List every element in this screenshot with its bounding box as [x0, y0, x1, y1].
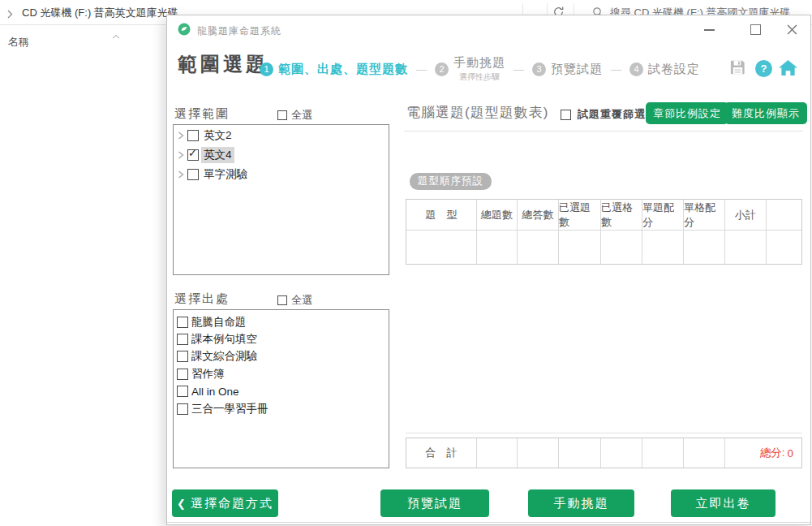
tree-item[interactable]: 單字測驗 [174, 166, 389, 183]
tree-label[interactable]: 英文4 [201, 147, 234, 163]
step-dash: — [513, 63, 524, 75]
tree-checkbox[interactable] [187, 169, 199, 180]
summary-label: 合 計 [406, 438, 477, 468]
source-label[interactable]: 龍騰自命題 [191, 315, 247, 330]
col-header [767, 200, 801, 230]
duplicate-filter[interactable]: 試題重覆篩選 [561, 107, 646, 122]
tree-label[interactable]: 單字測驗 [201, 166, 250, 183]
tree-label[interactable]: 英文2 [201, 127, 234, 144]
summary-row: 合 計 總分: 0 [406, 438, 801, 468]
source-item[interactable]: 課文綜合測驗 [174, 348, 389, 365]
type-order-preset-button[interactable]: 題型順序預設 [410, 173, 492, 190]
table-empty-row [406, 230, 801, 264]
source-label[interactable]: All in One [191, 386, 239, 398]
step-4-circle: 4 [629, 63, 643, 76]
home-icon[interactable] [778, 59, 798, 80]
breadcrumb-chevron-icon [7, 7, 13, 22]
tree-item-selected[interactable]: 英文4 [174, 146, 389, 164]
window-title: 龍騰題庫命題系統 [197, 24, 281, 38]
source-panel-title: 選擇出處 [174, 291, 230, 307]
col-header: 已選格數 [601, 200, 642, 230]
step-2-label: 手動挑題 [453, 55, 505, 71]
expand-chevron-icon[interactable] [178, 170, 184, 179]
duplicate-filter-checkbox[interactable] [561, 110, 571, 120]
select-all-label: 全選 [291, 108, 312, 123]
divider [406, 433, 802, 433]
source-checkbox[interactable] [177, 351, 188, 362]
divider [404, 131, 803, 132]
select-all-checkbox[interactable] [277, 110, 287, 120]
step-2-circle: 2 [435, 63, 449, 76]
app-logo-icon [178, 23, 191, 36]
save-icon[interactable] [728, 58, 747, 80]
help-icon[interactable]: ? [755, 60, 772, 77]
source-select-all[interactable]: 全選 [277, 293, 312, 308]
col-header: 總題數 [477, 200, 518, 230]
source-item[interactable]: 龍騰自命題 [174, 313, 389, 330]
chapter-ratio-button[interactable]: 章節比例設定 [646, 102, 728, 124]
source-checkbox[interactable] [177, 334, 188, 345]
col-header: 題 型 [406, 200, 477, 230]
source-checkbox[interactable] [177, 317, 188, 328]
col-header: 單格配分 [684, 200, 725, 230]
step-navigation: 1 範圍、出處、題型題數 — 2 手動挑題 選擇性步驟 — 3 預覽試題 — 4… [260, 51, 700, 87]
source-checkbox[interactable] [177, 403, 188, 415]
step-1-label: 範圍、出處、題型題數 [278, 62, 408, 77]
tree-checkbox[interactable] [187, 130, 199, 141]
col-header: 小計 [725, 200, 767, 230]
divider [167, 522, 810, 523]
range-select-all[interactable]: 全選 [277, 108, 312, 123]
column-header-name[interactable]: 名稱 [0, 26, 166, 50]
column-header-label: 名稱 [8, 35, 29, 50]
computer-selection-title: 電腦選題(題型題數表) [406, 103, 548, 122]
step-3-circle: 3 [532, 63, 546, 76]
total-label: 總分: [760, 446, 785, 460]
screen: CD 光碟機 (F:) 普高英文題庫光碟 搜尋 CD 光碟機 (F:) 普高國文… [0, 0, 812, 526]
source-label[interactable]: 課文綜合測驗 [191, 349, 257, 364]
maximize-icon[interactable] [750, 24, 761, 35]
expand-chevron-icon[interactable] [178, 132, 184, 140]
source-checkbox[interactable] [177, 369, 188, 380]
summary-table: 合 計 總分: 0 [406, 438, 802, 468]
generate-exam-button[interactable]: 立即出卷 [671, 489, 775, 517]
table-header-row: 題 型 總題數 總答數 已選題數 已選格數 單題配分 單格配分 小計 [406, 200, 801, 230]
range-panel-title: 選擇範圍 [174, 106, 230, 122]
back-to-method-button[interactable]: ❮ 選擇命題方式 [172, 489, 278, 517]
tree-item[interactable]: 英文2 [174, 127, 389, 144]
question-type-table: 題 型 總題數 總答數 已選題數 已選格數 單題配分 單格配分 小計 [406, 199, 802, 265]
step-2-block: 手動挑題 選擇性步驟 [453, 55, 505, 83]
source-item[interactable]: All in One [174, 383, 389, 400]
duplicate-filter-label: 試題重覆篩選 [578, 107, 646, 122]
address-path[interactable]: CD 光碟機 (F:) 普高英文題庫光碟 [22, 6, 178, 20]
difficulty-ratio-button[interactable]: 難度比例顯示 [724, 102, 807, 124]
col-header: 已選題數 [559, 200, 601, 230]
source-item[interactable]: 三合一學習手冊 [174, 400, 389, 417]
source-label[interactable]: 習作簿 [191, 367, 225, 382]
expand-chevron-icon[interactable] [178, 151, 184, 159]
page-title: 範圍選題 [178, 51, 269, 77]
preview-questions-button[interactable]: 預覽試題 [380, 489, 489, 517]
step-dash: — [611, 63, 621, 75]
close-icon[interactable] [787, 24, 797, 38]
source-list-box: 龍騰自命題 課本例句填空 課文綜合測驗 習作簿 All in One 三合一學習… [173, 309, 389, 468]
col-header: 總答數 [518, 200, 559, 230]
step-1-circle: 1 [260, 63, 273, 76]
select-all-checkbox[interactable] [277, 295, 287, 305]
step-2-sublabel: 選擇性步驟 [459, 71, 500, 83]
total-score: 總分: 0 [725, 438, 801, 468]
step-3-label: 預覽試題 [551, 62, 603, 77]
source-label[interactable]: 課本例句填空 [191, 332, 257, 347]
source-checkbox[interactable] [177, 386, 188, 397]
manual-pick-button[interactable]: 手動挑題 [528, 489, 634, 517]
select-all-label: 全選 [291, 293, 312, 308]
source-item[interactable]: 習作簿 [174, 365, 389, 382]
source-item[interactable]: 課本例句填空 [174, 330, 389, 347]
chevron-left-icon: ❮ [177, 498, 186, 510]
sort-ascending-icon [112, 28, 120, 42]
step-dash: — [416, 63, 427, 75]
step-4-label: 試卷設定 [648, 62, 700, 77]
minimize-icon[interactable] [704, 29, 715, 31]
total-value: 0 [787, 447, 793, 459]
source-label[interactable]: 三合一學習手冊 [191, 402, 269, 416]
tree-checkbox-checked[interactable] [187, 149, 199, 161]
